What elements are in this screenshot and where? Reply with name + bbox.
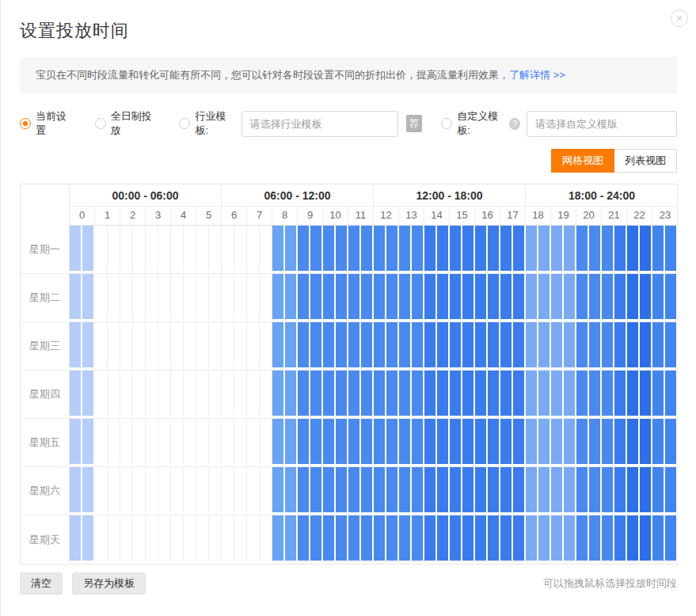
time-slot-cell[interactable] xyxy=(272,274,285,319)
time-slot-cell[interactable] xyxy=(412,274,424,319)
time-slot-cell[interactable] xyxy=(652,467,665,512)
time-slot-cell[interactable] xyxy=(386,371,399,416)
time-slot-cell[interactable] xyxy=(652,226,665,271)
time-slot-cell[interactable] xyxy=(158,274,171,319)
time-slot-cell[interactable] xyxy=(589,226,602,271)
time-slot-cell[interactable] xyxy=(462,371,475,416)
radio-current-settings[interactable] xyxy=(20,118,31,129)
time-slot-cell[interactable] xyxy=(70,515,82,561)
time-slot-cell[interactable] xyxy=(298,226,310,271)
time-slot-cell[interactable] xyxy=(196,274,209,319)
time-slot-cell[interactable] xyxy=(222,274,234,319)
time-slot-cell[interactable] xyxy=(108,467,120,512)
time-slot-cell[interactable] xyxy=(171,419,184,464)
time-slot-cell[interactable] xyxy=(399,419,412,464)
time-slot-cell[interactable] xyxy=(450,322,462,367)
time-slot-cell[interactable] xyxy=(526,419,538,464)
time-slot-cell[interactable] xyxy=(285,371,298,416)
time-slot-cell[interactable] xyxy=(120,226,133,271)
time-slot-cell[interactable] xyxy=(310,322,323,367)
time-slot-cell[interactable] xyxy=(437,419,450,464)
time-slot-cell[interactable] xyxy=(196,322,209,367)
time-slot-cell[interactable] xyxy=(399,515,412,561)
time-slot-cell[interactable] xyxy=(652,274,665,319)
time-slot-cell[interactable] xyxy=(424,274,437,319)
grid-view-button[interactable]: 网格视图 xyxy=(551,149,614,173)
time-slot-cell[interactable] xyxy=(386,226,399,271)
time-slot-cell[interactable] xyxy=(146,226,158,271)
time-slot-cell[interactable] xyxy=(247,226,260,271)
time-slot-cell[interactable] xyxy=(488,467,500,512)
time-slot-cell[interactable] xyxy=(184,419,196,464)
time-slot-cell[interactable] xyxy=(323,419,336,464)
time-slot-cell[interactable] xyxy=(488,322,500,367)
time-slot-cell[interactable] xyxy=(652,515,665,561)
time-slot-cell[interactable] xyxy=(184,226,196,271)
time-slot-cell[interactable] xyxy=(171,467,184,512)
time-slot-cell[interactable] xyxy=(589,274,602,319)
time-slot-cell[interactable] xyxy=(412,467,424,512)
time-slot-cell[interactable] xyxy=(234,467,247,512)
time-slot-cell[interactable] xyxy=(665,419,678,464)
time-slot-cell[interactable] xyxy=(488,226,500,271)
time-slot-cell[interactable] xyxy=(640,226,652,271)
time-slot-cell[interactable] xyxy=(488,274,500,319)
time-slot-cell[interactable] xyxy=(336,419,348,464)
list-view-button[interactable]: 列表视图 xyxy=(614,149,677,173)
time-slot-cell[interactable] xyxy=(361,322,374,367)
time-slot-cell[interactable] xyxy=(424,515,437,561)
time-slot-cell[interactable] xyxy=(564,467,576,512)
time-slot-cell[interactable] xyxy=(424,226,437,271)
time-slot-cell[interactable] xyxy=(348,419,361,464)
time-slot-cell[interactable] xyxy=(513,322,526,367)
time-slot-cell[interactable] xyxy=(538,274,551,319)
time-slot-cell[interactable] xyxy=(437,226,450,271)
time-slot-cell[interactable] xyxy=(627,515,640,561)
time-slot-cell[interactable] xyxy=(348,226,361,271)
time-slot-cell[interactable] xyxy=(82,419,95,464)
time-slot-cell[interactable] xyxy=(323,371,336,416)
time-slot-cell[interactable] xyxy=(627,371,640,416)
time-slot-cell[interactable] xyxy=(564,419,576,464)
time-slot-cell[interactable] xyxy=(627,322,640,367)
time-slot-cell[interactable] xyxy=(614,274,627,319)
time-slot-cell[interactable] xyxy=(82,274,95,319)
time-slot-cell[interactable] xyxy=(260,467,272,512)
time-slot-cell[interactable] xyxy=(602,515,614,561)
time-slot-cell[interactable] xyxy=(133,419,146,464)
time-slot-cell[interactable] xyxy=(361,371,374,416)
time-slot-cell[interactable] xyxy=(665,515,678,561)
time-slot-cell[interactable] xyxy=(323,274,336,319)
time-slot-cell[interactable] xyxy=(234,226,247,271)
time-slot-cell[interactable] xyxy=(209,419,222,464)
radio-industry-template[interactable] xyxy=(179,118,190,129)
time-slot-cell[interactable] xyxy=(614,515,627,561)
time-slot-cell[interactable] xyxy=(348,274,361,319)
time-slot-cell[interactable] xyxy=(614,371,627,416)
time-slot-cell[interactable] xyxy=(564,515,576,561)
time-slot-cell[interactable] xyxy=(298,515,310,561)
time-slot-cell[interactable] xyxy=(424,467,437,512)
time-slot-cell[interactable] xyxy=(234,419,247,464)
time-slot-cell[interactable] xyxy=(437,515,450,561)
time-slot-cell[interactable] xyxy=(500,515,513,561)
time-slot-cell[interactable] xyxy=(285,467,298,512)
learn-more-link[interactable]: 了解详情 >> xyxy=(509,69,565,81)
time-slot-cell[interactable] xyxy=(133,515,146,561)
option-all-day[interactable]: 全日制投放 xyxy=(95,109,158,138)
time-slot-cell[interactable] xyxy=(196,467,209,512)
time-slot-cell[interactable] xyxy=(602,371,614,416)
time-slot-cell[interactable] xyxy=(500,322,513,367)
time-slot-cell[interactable] xyxy=(298,322,310,367)
clear-button[interactable]: 清空 xyxy=(20,572,63,595)
time-slot-cell[interactable] xyxy=(133,226,146,271)
time-slot-cell[interactable] xyxy=(70,322,82,367)
time-slot-cell[interactable] xyxy=(627,274,640,319)
time-slot-cell[interactable] xyxy=(551,371,564,416)
time-slot-cell[interactable] xyxy=(323,322,336,367)
time-slot-cell[interactable] xyxy=(171,322,184,367)
time-slot-cell[interactable] xyxy=(285,226,298,271)
time-slot-cell[interactable] xyxy=(133,274,146,319)
time-slot-cell[interactable] xyxy=(285,419,298,464)
time-slot-cell[interactable] xyxy=(602,274,614,319)
